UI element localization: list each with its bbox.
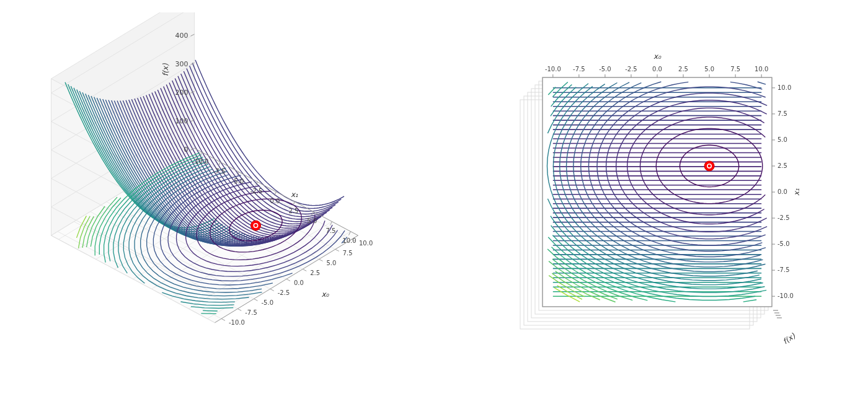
x0-tick [254, 299, 258, 300]
x1-tick-label: 5.0 [777, 136, 787, 143]
x0-tick [270, 289, 274, 291]
x1-tick-label: -5.0 [777, 240, 790, 247]
x0-tick-label: 0.0 [294, 279, 304, 286]
x0-tick-label: -5.0 [599, 66, 611, 72]
x0-tick-label: -5.0 [262, 299, 274, 306]
x0-tick [319, 259, 323, 261]
x0-tick-label: 5.0 [327, 260, 337, 266]
x1-tick-label: -10.0 [777, 292, 794, 299]
x1-tick-label: -7.5 [777, 266, 790, 273]
x1-tick-label: 7.5 [777, 110, 787, 117]
x0-axis-label: x₀ [321, 290, 329, 299]
x1-tick-label: 2.5 [289, 208, 299, 214]
x1-axis-label: x₁ [291, 190, 298, 199]
z-tick-label: 400 [175, 32, 188, 40]
minimum-marker [251, 221, 261, 230]
x0-tick-label: 7.5 [730, 66, 740, 72]
x0-tick-label: 10.0 [359, 240, 373, 247]
x0-tick-label: -7.5 [245, 309, 257, 316]
x0-tick-label: 7.5 [343, 250, 353, 256]
x1-tick-label: 0.0 [270, 198, 280, 204]
x1-tick-label: -7.5 [213, 168, 226, 175]
x1-tick-label: 2.5 [777, 162, 787, 169]
x0-tick-label: -10.0 [229, 319, 245, 326]
fx-corner-label: f(x) [781, 331, 797, 346]
z-axis-label: f(x) [162, 63, 170, 76]
x0-tick-label: 10.0 [755, 66, 768, 72]
x1-tick-label: -2.5 [250, 188, 263, 195]
x0-tick [237, 309, 241, 310]
x0-tick-label: 2.5 [310, 270, 320, 276]
x1-tick-label: 7.5 [326, 227, 336, 234]
z-tick-label: 0 [184, 146, 188, 154]
x0-tick-label: -7.5 [573, 66, 585, 72]
x0-tick-label: -2.5 [625, 66, 637, 72]
x0-tick [303, 269, 306, 271]
x1-tick-label: -5.0 [232, 178, 244, 185]
x1-tick-label: 10.0 [777, 84, 791, 91]
x0-tick-label: -10.0 [545, 66, 561, 72]
contour-top-svg: -10.0-7.5-5.0-2.50.02.55.07.510.0x₀10.07… [508, 43, 800, 366]
x0-tick-label: 5.0 [704, 66, 714, 72]
minimum-marker [704, 161, 714, 171]
x1-tick-label: -2.5 [777, 214, 790, 221]
x1-tick-label: -10.0 [193, 158, 209, 165]
x0-tick-label: 2.5 [678, 66, 688, 72]
x0-tick-label: 0.0 [652, 66, 662, 72]
contour-top-plot: -10.0-7.5-5.0-2.50.02.55.07.510.0x₀10.07… [508, 43, 800, 366]
figure: 0100200300400500-10.0-7.5-5.0-2.50.02.55… [0, 0, 868, 399]
x0-tick [221, 318, 225, 320]
z-tick-label: 100 [175, 117, 188, 125]
surface-3d-plot: 0100200300400500-10.0-7.5-5.0-2.50.02.55… [19, 12, 415, 390]
x1-tick-label: 0.0 [777, 188, 787, 195]
x0-tick [286, 279, 290, 281]
x1-axis-label: x₁ [792, 188, 800, 196]
x0-axis-label: x₀ [653, 52, 662, 61]
z-tick-label: 200 [175, 89, 188, 97]
x0-tick [335, 249, 339, 251]
surface-3d-svg: 0100200300400500-10.0-7.5-5.0-2.50.02.55… [19, 12, 415, 390]
z-tick-label: 300 [175, 60, 188, 68]
x1-tick-label: 5.0 [308, 217, 317, 224]
x0-tick-label: -2.5 [278, 289, 290, 296]
